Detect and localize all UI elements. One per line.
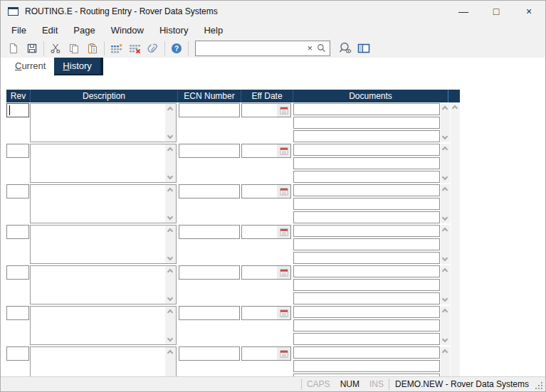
scroll-up-icon[interactable] <box>442 106 448 112</box>
calendar-button[interactable] <box>277 144 290 157</box>
scroll-up-icon[interactable] <box>442 349 448 355</box>
attach-button[interactable] <box>144 40 162 57</box>
toggle-panel-button[interactable] <box>355 40 373 57</box>
ecn-number-input[interactable] <box>179 103 240 117</box>
scroll-down-icon[interactable] <box>167 174 173 179</box>
calendar-button[interactable] <box>277 347 290 360</box>
menu-page[interactable]: Page <box>65 22 103 38</box>
scroll-up-icon[interactable] <box>442 268 448 274</box>
description-scrollbar[interactable] <box>165 104 176 142</box>
document-input[interactable] <box>293 265 440 277</box>
grid-vertical-scrollbar[interactable] <box>451 102 460 376</box>
scroll-down-icon[interactable] <box>442 215 448 221</box>
eff-date-input[interactable] <box>242 347 277 360</box>
eff-date-input[interactable] <box>242 226 277 238</box>
document-input[interactable] <box>293 157 440 169</box>
menu-window[interactable]: Window <box>103 22 152 38</box>
calendar-button[interactable] <box>277 307 290 319</box>
document-input[interactable] <box>293 130 440 142</box>
scroll-down-icon[interactable] <box>167 295 173 301</box>
description-textarea[interactable] <box>31 307 165 344</box>
calendar-button[interactable] <box>277 104 290 117</box>
documents-scrollbar[interactable] <box>441 346 450 376</box>
rev-input[interactable] <box>6 144 29 158</box>
delete-row-button[interactable] <box>125 40 144 57</box>
scroll-down-icon[interactable] <box>442 296 448 302</box>
document-input[interactable] <box>293 319 440 332</box>
rev-input[interactable] <box>6 184 29 198</box>
document-input[interactable] <box>293 211 440 223</box>
description-scrollbar[interactable] <box>165 144 176 182</box>
documents-scrollbar[interactable] <box>441 265 450 304</box>
description-textarea[interactable] <box>31 266 165 304</box>
calendar-button[interactable] <box>277 185 290 198</box>
document-input[interactable] <box>293 333 440 345</box>
calendar-button[interactable] <box>277 266 290 279</box>
rev-input[interactable] <box>6 306 29 320</box>
description-textarea[interactable] <box>31 347 165 376</box>
scroll-up-icon[interactable] <box>442 228 448 233</box>
document-input[interactable] <box>293 184 440 196</box>
documents-scrollbar[interactable] <box>441 225 450 264</box>
ecn-number-input[interactable] <box>179 184 240 198</box>
menu-file[interactable]: File <box>4 22 34 38</box>
scroll-down-icon[interactable] <box>167 214 173 220</box>
scroll-down-icon[interactable] <box>167 133 173 139</box>
scroll-up-icon[interactable] <box>167 147 173 153</box>
eff-date-input[interactable] <box>242 185 277 198</box>
description-scrollbar[interactable] <box>165 226 176 263</box>
description-textarea[interactable] <box>31 185 165 223</box>
description-scrollbar[interactable] <box>165 347 176 376</box>
description-scrollbar[interactable] <box>165 307 176 344</box>
tab-history[interactable]: History <box>54 58 103 74</box>
document-input[interactable] <box>293 279 440 291</box>
copy-button[interactable] <box>65 40 83 57</box>
document-input[interactable] <box>293 171 440 183</box>
close-button[interactable]: × <box>513 1 545 22</box>
description-textarea[interactable] <box>31 226 165 263</box>
eff-date-input[interactable] <box>242 104 277 117</box>
menu-history[interactable]: History <box>152 22 196 38</box>
scroll-up-icon[interactable] <box>452 105 458 111</box>
scroll-down-icon[interactable] <box>167 336 173 341</box>
scroll-down-icon[interactable] <box>442 174 448 180</box>
ecn-number-input[interactable] <box>179 225 240 239</box>
documents-scrollbar[interactable] <box>441 144 450 183</box>
menu-edit[interactable]: Edit <box>34 22 65 38</box>
document-input[interactable] <box>293 144 440 156</box>
scroll-down-icon[interactable] <box>442 255 448 261</box>
scroll-up-icon[interactable] <box>442 309 448 314</box>
rev-input[interactable] <box>6 346 29 361</box>
tab-current[interactable]: Current <box>6 58 54 74</box>
scroll-up-icon[interactable] <box>167 309 173 315</box>
scroll-down-icon[interactable] <box>442 337 448 342</box>
minimize-button[interactable]: — <box>447 1 480 22</box>
new-document-button[interactable] <box>4 40 23 57</box>
search-input[interactable] <box>196 41 304 55</box>
documents-scrollbar[interactable] <box>441 103 450 142</box>
document-input[interactable] <box>293 103 440 115</box>
save-button[interactable] <box>23 40 41 57</box>
ecn-number-input[interactable] <box>179 144 240 158</box>
rev-input[interactable] <box>6 225 29 239</box>
description-textarea[interactable] <box>31 144 165 182</box>
help-button[interactable]: ? <box>167 40 186 57</box>
resize-grip[interactable] <box>535 381 544 391</box>
ecn-number-input[interactable] <box>179 265 240 280</box>
search-icon[interactable] <box>315 43 330 53</box>
rev-input[interactable] <box>6 265 29 280</box>
document-input[interactable] <box>293 238 440 250</box>
cut-button[interactable] <box>46 40 65 57</box>
find-records-button[interactable] <box>336 40 355 57</box>
insert-row-button[interactable] <box>107 40 125 57</box>
eff-date-input[interactable] <box>242 266 277 279</box>
scroll-up-icon[interactable] <box>167 188 173 194</box>
document-input[interactable] <box>293 306 440 318</box>
scroll-up-icon[interactable] <box>167 228 173 234</box>
eff-date-input[interactable] <box>242 307 277 319</box>
documents-scrollbar[interactable] <box>441 306 450 345</box>
scroll-up-icon[interactable] <box>442 187 448 193</box>
documents-scrollbar[interactable] <box>441 184 450 223</box>
clear-search-icon[interactable]: × <box>304 43 315 53</box>
scroll-up-icon[interactable] <box>167 350 173 356</box>
